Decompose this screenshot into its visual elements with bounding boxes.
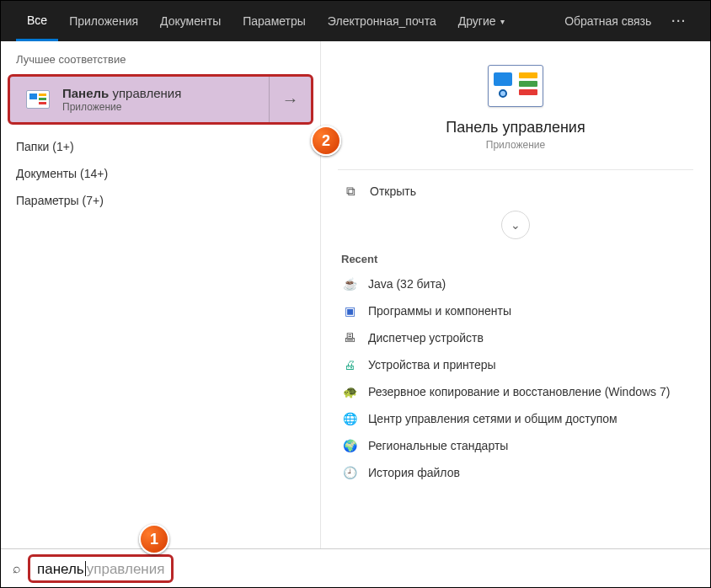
tab-other[interactable]: Другие▾ <box>447 1 516 41</box>
control-panel-icon <box>19 80 57 119</box>
device-manager-icon: 🖶 <box>341 329 358 346</box>
best-match-item[interactable]: Панель управления Приложение → <box>8 74 313 125</box>
results-list: Лучшее соответствие Панель управления Пр… <box>1 41 321 548</box>
search-input[interactable]: панельуправления <box>28 554 174 583</box>
text-cursor <box>85 561 86 576</box>
open-label: Открыть <box>370 184 416 198</box>
recent-java[interactable]: ☕Java (32 бита) <box>338 270 693 297</box>
arrow-right-icon[interactable]: → <box>269 77 311 122</box>
group-documents[interactable]: Документы (14+) <box>1 160 320 187</box>
open-action[interactable]: ⧉ Открыть <box>338 175 693 207</box>
annotation-2: 2 <box>311 126 341 156</box>
programs-icon: ▣ <box>341 302 358 319</box>
search-typed: панель <box>37 561 84 578</box>
section-best-match: Лучшее соответствие <box>1 50 320 74</box>
group-settings[interactable]: Параметры (7+) <box>1 187 320 214</box>
recent-device-manager[interactable]: 🖶Диспетчер устройств <box>338 324 693 351</box>
history-icon: 🕘 <box>341 464 358 481</box>
search-suggestion: управления <box>87 561 165 578</box>
group-folders[interactable]: Папки (1+) <box>1 133 320 160</box>
best-match-subtitle: Приложение <box>62 101 269 113</box>
recent-header: Recent <box>338 249 693 270</box>
backup-icon: 🐢 <box>341 383 358 400</box>
recent-region[interactable]: 🌍Региональные стандарты <box>338 432 693 459</box>
recent-network[interactable]: 🌐Центр управления сетями и общим доступо… <box>338 405 693 432</box>
tab-email[interactable]: Электронная_почта <box>317 1 447 41</box>
java-icon: ☕ <box>341 275 358 292</box>
preview-pane: Панель управления Приложение ⧉ Открыть ⌄… <box>321 41 710 548</box>
best-match-title: Панель управления <box>62 86 269 100</box>
control-panel-icon <box>488 65 543 107</box>
recent-programs[interactable]: ▣Программы и компоненты <box>338 297 693 324</box>
annotation-1: 1 <box>139 524 169 554</box>
filter-tabs: Все Приложения Документы Параметры Элект… <box>1 1 710 41</box>
network-icon: 🌐 <box>341 410 358 427</box>
recent-history[interactable]: 🕘История файлов <box>338 459 693 486</box>
preview-title: Панель управления <box>338 119 693 136</box>
preview-subtitle: Приложение <box>338 139 693 151</box>
open-icon: ⧉ <box>341 184 360 199</box>
recent-printers[interactable]: 🖨Устройства и принтеры <box>338 351 693 378</box>
search-bar: ⌕ панельуправления <box>1 548 710 587</box>
recent-backup[interactable]: 🐢Резервное копирование и восстановление … <box>338 378 693 405</box>
tab-documents[interactable]: Документы <box>149 1 232 41</box>
search-icon: ⌕ <box>13 561 21 576</box>
expand-button[interactable]: ⌄ <box>501 211 530 239</box>
feedback-link[interactable]: Обратная связь <box>553 1 663 41</box>
printers-icon: 🖨 <box>341 356 358 373</box>
tab-settings[interactable]: Параметры <box>232 1 317 41</box>
tab-all[interactable]: Все <box>16 1 58 41</box>
tab-apps[interactable]: Приложения <box>58 1 149 41</box>
more-button[interactable]: ··· <box>663 1 695 41</box>
chevron-down-icon: ▾ <box>500 17 505 26</box>
region-icon: 🌍 <box>341 437 358 454</box>
